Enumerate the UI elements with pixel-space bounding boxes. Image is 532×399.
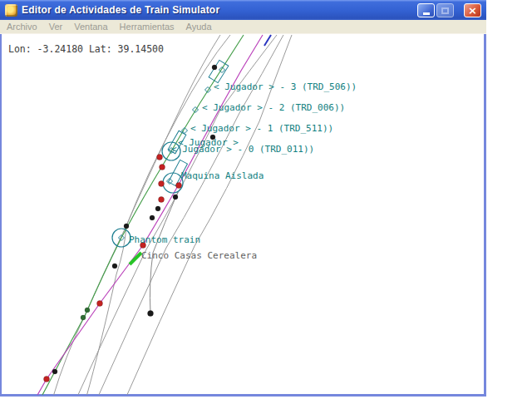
black-waypoint-dot[interactable] (124, 224, 129, 229)
track-line (53, 35, 220, 395)
app-icon[interactable] (5, 4, 17, 17)
map-label[interactable]: Cinco Casas Cerealera (141, 250, 257, 261)
red-waypoint-dot[interactable] (97, 301, 103, 307)
red-waypoint-dot[interactable] (160, 165, 165, 170)
red-waypoint-dot[interactable] (44, 377, 50, 382)
red-waypoint-dot[interactable] (176, 183, 182, 189)
black-waypoint-dot[interactable] (212, 65, 217, 70)
menu-item-archivo[interactable]: Archivo (7, 22, 37, 32)
desktop: { "window": { "title": "Editor de Activi… (0, 0, 532, 399)
minimize-button[interactable] (417, 3, 435, 17)
map-canvas[interactable]: < Jugador > - 3 (TRD_506))< Jugador > - … (2, 34, 485, 395)
black-waypoint-dot[interactable] (148, 311, 154, 317)
maximize-button[interactable] (436, 3, 454, 17)
map-label[interactable]: < Jugador > - 1 (TRD_511)) (190, 123, 333, 134)
close-button[interactable]: × (464, 3, 481, 17)
red-waypoint-dot[interactable] (157, 155, 163, 160)
consist-box[interactable] (209, 60, 229, 82)
menu-item-herramientas[interactable]: Herramientas (120, 22, 175, 32)
map-label[interactable]: Phantom train (129, 234, 200, 245)
window-title: Editor de Actividades de Train Simulator (22, 4, 219, 16)
black-waypoint-dot[interactable] (112, 264, 117, 268)
menu-bar: ArchivoVerVentanaHerramientasAyuda (0, 20, 486, 34)
maximize-icon (441, 7, 449, 14)
menu-item-ayuda[interactable]: Ayuda (186, 22, 212, 32)
minimize-icon (423, 12, 430, 15)
map-label[interactable]: < Jugador > - 2 (TRD_006)) (202, 102, 345, 113)
red-waypoint-dot[interactable] (159, 181, 165, 187)
map-label[interactable]: Maquina Aislada (181, 170, 264, 181)
green-waypoint-dot[interactable] (85, 308, 90, 313)
black-waypoint-dot[interactable] (52, 369, 57, 374)
app-window: Editor de Actividades de Train Simulator… (0, 0, 486, 397)
title-bar[interactable]: Editor de Actividades de Train Simulator… (0, 0, 486, 20)
black-waypoint-dot[interactable] (155, 206, 160, 211)
map-label[interactable]: < Jugador > - 3 (TRD_506)) (214, 81, 357, 92)
map-label[interactable]: < Jugador > - 0 (TRD_011)) (171, 144, 314, 155)
red-waypoint-dot[interactable] (159, 197, 165, 203)
menu-item-ventana[interactable]: Ventana (74, 22, 107, 32)
close-icon: × (468, 5, 477, 16)
black-waypoint-dot[interactable] (150, 215, 155, 220)
menu-item-ver[interactable]: Ver (49, 22, 63, 32)
green-waypoint-dot[interactable] (81, 315, 86, 320)
black-waypoint-dot[interactable] (173, 195, 178, 200)
